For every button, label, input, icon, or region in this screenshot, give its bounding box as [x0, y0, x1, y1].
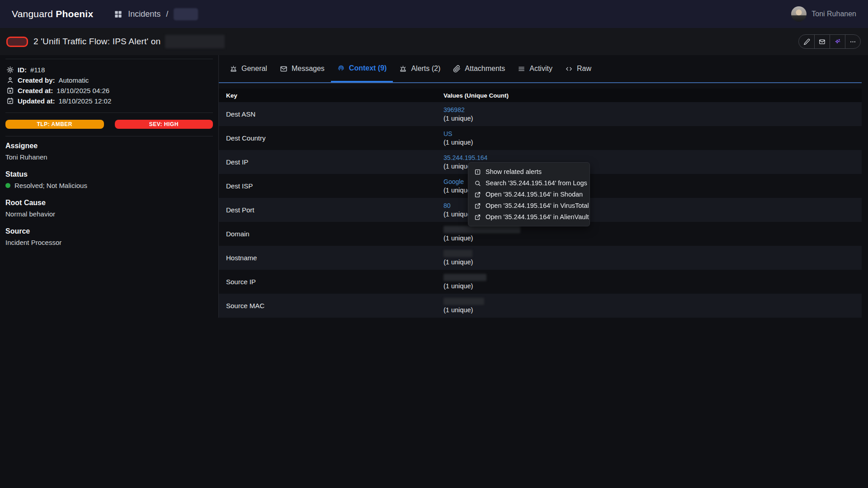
user-icon [6, 76, 14, 84]
unique-count: (1 unique) [443, 115, 473, 122]
list-icon [518, 65, 525, 73]
menu-item-label: Open '35.244.195.164' in AlienVault [486, 213, 589, 221]
menu-item-label: Search '35.244.195.164' from Logs [486, 179, 587, 187]
column-header-values: Values (Unique Count) [443, 92, 509, 99]
tab-alerts[interactable]: Alerts (2) [393, 55, 447, 82]
table-row: Hostname (1 unique) [219, 246, 862, 270]
value-link[interactable]: US [443, 130, 473, 137]
app-logo[interactable]: Vanguard Phoenix [12, 9, 93, 19]
meta-row-updated-at: Updated at: 18/10/2025 12:02 [6, 96, 212, 106]
unique-count: (1 unique) [443, 139, 473, 146]
tab-context[interactable]: Context (9) [331, 55, 393, 82]
row-key: Dest Country [219, 134, 443, 142]
tlp-badge: TLP: AMBER [5, 120, 104, 129]
meta-row-id: ID: #118 [6, 65, 212, 75]
row-key: Source MAC [219, 302, 443, 310]
redacted-value [443, 250, 472, 257]
source-section: Source Incident Processor [5, 227, 213, 246]
meta-value: 18/10/2025 12:02 [59, 97, 112, 105]
meta-label: Updated at: [18, 97, 55, 105]
incident-actions [798, 34, 861, 49]
redacted-value [443, 298, 484, 305]
status-dot-icon [5, 183, 10, 188]
row-key: Dest ASN [219, 110, 443, 118]
section-title: Source [5, 227, 213, 235]
user-menu[interactable]: Toni Ruhanen [791, 6, 856, 22]
row-key: Dest IP [219, 158, 443, 166]
envelope-icon [280, 65, 288, 73]
menu-item-label: Open '35.244.195.164' in VirusTotal [486, 202, 589, 209]
menu-item-label: Show related alerts [486, 168, 542, 175]
menu-item-search-logs[interactable]: Search '35.244.195.164' from Logs [468, 178, 590, 188]
paperclip-icon [453, 65, 461, 73]
menu-item-label: Open '35.244.195.164' in Shodan [486, 191, 583, 198]
brand-bold: Phoenix [56, 9, 93, 19]
calendar-plus-icon [6, 87, 14, 94]
menu-item-open-shodan[interactable]: Open '35.244.195.164' in Shodan [468, 189, 590, 200]
tab-raw[interactable]: Raw [559, 55, 598, 82]
alert-square-icon [474, 169, 481, 175]
breadcrumb-divider: / [166, 9, 168, 19]
value-link[interactable]: 35.244.195.164 [443, 154, 487, 161]
root-cause-value: Normal behavior [5, 210, 213, 218]
meta-value: Automatic [59, 76, 89, 84]
siren-icon [230, 65, 237, 73]
unique-count: (1 unique) [443, 306, 484, 314]
value-link[interactable]: 396982 [443, 106, 473, 113]
tab-attachments[interactable]: Attachments [447, 55, 511, 82]
incident-title: 2 'Unifi Traffic Flow: IPS Alert' on [33, 37, 160, 47]
more-options-button[interactable] [845, 35, 860, 48]
external-link-icon [474, 214, 481, 221]
menu-item-open-virustotal[interactable]: Open '35.244.195.164' in VirusTotal [468, 200, 590, 211]
row-key: Domain [219, 230, 443, 238]
meta-label: Created by: [18, 76, 55, 84]
breadcrumb: Incidents / [114, 8, 198, 20]
assignee-value: Toni Ruhanen [5, 153, 213, 161]
tab-label: Context (9) [349, 64, 387, 72]
severity-badge: SEV: HIGH [115, 120, 213, 129]
root-cause-section: Root Cause Normal behavior [5, 199, 213, 218]
row-key: Hostname [219, 254, 443, 262]
row-key: Dest ISP [219, 182, 443, 190]
incident-sidebar: ID: #118 Created by: Automatic Created a… [0, 55, 218, 256]
meta-value: 18/10/2025 04:26 [57, 87, 109, 94]
meta-label: ID: [18, 66, 27, 74]
tab-activity[interactable]: Activity [511, 55, 559, 82]
avatar[interactable] [791, 6, 807, 22]
section-title: Status [5, 170, 213, 178]
meta-value: #118 [30, 66, 45, 74]
unique-count: (1 unique) [443, 235, 520, 242]
source-value: Incident Processor [5, 239, 213, 246]
tab-general[interactable]: General [223, 55, 274, 82]
incident-title-redacted-chip [165, 35, 225, 48]
tab-label: Activity [529, 65, 552, 73]
edit-button[interactable] [799, 35, 814, 48]
badge-row: TLP: AMBER SEV: HIGH [5, 113, 213, 136]
incident-meta: ID: #118 Created by: Automatic Created a… [5, 59, 213, 113]
table-row: Source IP (1 unique) [219, 270, 862, 294]
gear-icon [6, 66, 14, 74]
email-button[interactable] [814, 35, 830, 48]
menu-item-show-related-alerts[interactable]: Show related alerts [468, 166, 590, 177]
top-nav: Vanguard Phoenix Incidents / Toni Ruhane… [0, 0, 868, 28]
column-header-key: Key [219, 92, 443, 99]
breadcrumb-incidents[interactable]: Incidents [128, 9, 160, 19]
unique-count: (1 unique) [443, 282, 486, 290]
severity-redacted-badge [6, 37, 28, 47]
section-title: Assignee [5, 142, 213, 150]
tab-label: Messages [292, 65, 325, 73]
status-text: Resolved; Not Malicious [14, 182, 87, 189]
row-key: Source IP [219, 278, 443, 286]
ai-assistant-button[interactable] [830, 35, 845, 48]
row-key: Dest Port [219, 206, 443, 214]
unique-count: (1 unique) [443, 258, 473, 266]
external-link-icon [474, 191, 481, 198]
tab-label: Raw [577, 65, 591, 73]
menu-item-open-alienvault[interactable]: Open '35.244.195.164' in AlienVault [468, 211, 590, 222]
table-row: Dest ASN 396982 (1 unique) [219, 102, 862, 126]
assignee-section: Assignee Toni Ruhanen [5, 142, 213, 161]
meta-row-created-at: Created at: 18/10/2025 04:26 [6, 85, 212, 96]
status-value: Resolved; Not Malicious [5, 182, 213, 189]
tab-messages[interactable]: Messages [274, 55, 331, 82]
value-context-menu: Show related alerts Search '35.244.195.1… [468, 162, 590, 226]
